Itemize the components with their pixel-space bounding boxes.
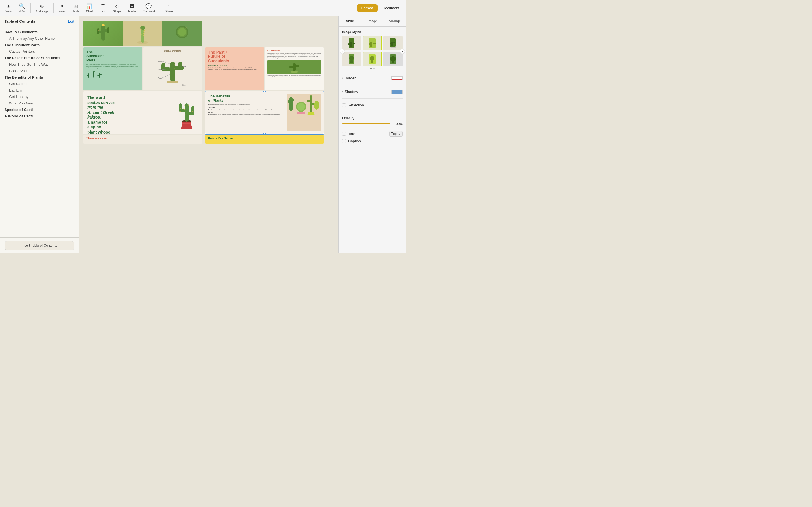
border-color-swatch[interactable] [391, 76, 403, 80]
svg-rect-94 [393, 42, 395, 43]
insert-button[interactable]: ✦ Insert [56, 2, 68, 14]
handle-br[interactable] [322, 133, 324, 134]
text-button[interactable]: T Text [97, 2, 109, 14]
get-sacred-label: Get Sacred [208, 107, 285, 108]
toc-item-eat-em[interactable]: Eat 'Em [0, 87, 79, 94]
svg-rect-93 [390, 43, 392, 44]
image-styles-section: Image Styles ‹ › [342, 30, 403, 69]
get-sacred-body: A plant's history doesn't go back to anc… [208, 109, 285, 111]
photo-right [162, 21, 202, 46]
add-page-icon: ⊕ [40, 3, 44, 9]
svg-point-77 [297, 103, 305, 111]
eat-em-body: All cacti are edible, but not all are eq… [208, 114, 285, 115]
toc-item-get-healthy[interactable]: Get Healthy [0, 94, 79, 100]
succulent-parts-title: TheSucculentParts [86, 50, 139, 62]
pages-row-2: TheSucculentParts Cacti and, generally, … [84, 47, 334, 90]
svg-rect-88 [369, 43, 371, 45]
view-button[interactable]: ⊞ View [2, 2, 15, 14]
image-style-1[interactable] [342, 36, 361, 50]
shadow-chevron-icon: › [342, 90, 343, 93]
document-area: TheSucculentParts Cacti and, generally, … [79, 16, 338, 253]
reflection-checkbox[interactable] [342, 103, 346, 107]
handle-bc[interactable] [263, 133, 266, 134]
svg-rect-32 [170, 62, 175, 81]
cactus-diagram-wrap: Stems Spines Pleats Plant Stem [146, 53, 200, 87]
toc-item-get-sacred[interactable]: Get Sacred [0, 80, 79, 87]
tab-image[interactable]: Image [361, 16, 384, 26]
opacity-slider[interactable] [342, 123, 390, 124]
table-button[interactable]: ⊞ Table [70, 2, 82, 14]
dropdown-chevron-icon: ⌄ [398, 132, 401, 136]
toc-item-cactus-pointers[interactable]: Cactus Pointers [0, 48, 79, 55]
format-button[interactable]: Format [357, 4, 377, 12]
toc-item-succulent-parts[interactable]: The Succulent Parts [0, 42, 79, 48]
toc-item-conservation[interactable]: Conservation [0, 68, 79, 74]
toc-item-how-they-got[interactable]: How They Got This Way [0, 61, 79, 68]
sidebar-edit-button[interactable]: Edit [68, 19, 74, 23]
handle-tr[interactable] [322, 91, 324, 93]
zoom-button[interactable]: 🔍 43% [16, 2, 28, 14]
sidebar-header: Table of Contents Edit [0, 16, 79, 26]
image-style-3[interactable] [384, 36, 403, 50]
sidebar-title: Table of Contents [4, 19, 35, 23]
svg-rect-26 [87, 75, 89, 76]
tab-style[interactable]: Style [339, 16, 361, 26]
handle-tl[interactable] [205, 91, 206, 93]
caption-checkbox[interactable] [342, 139, 346, 143]
svg-point-5 [102, 24, 105, 26]
chart-button[interactable]: 📊 Chart [83, 2, 96, 14]
shape-button[interactable]: ◇ Shape [110, 2, 124, 14]
toc-item-benefits[interactable]: The Benefits of Plants [0, 74, 79, 80]
benefits-succulents-svg [287, 94, 321, 117]
shadow-label: › Shadow [342, 90, 358, 94]
toc-item-world[interactable]: A World of Cacti [0, 113, 79, 119]
shape-icon: ◇ [115, 3, 119, 9]
opacity-value-label: 100% [393, 122, 403, 126]
toc-item-what-you-need[interactable]: What You Need: [0, 100, 79, 107]
pages-row-1 [84, 21, 334, 46]
image-styles-prev-button[interactable]: ‹ [340, 49, 345, 54]
title-checkbox[interactable] [342, 132, 346, 136]
image-style-5[interactable] [363, 52, 382, 66]
svg-point-102 [390, 56, 396, 62]
image-style-6[interactable] [384, 52, 403, 66]
image-styles-next-button[interactable]: › [400, 49, 405, 54]
panel-content: Image Styles ‹ › [339, 27, 406, 253]
image-style-2[interactable] [363, 36, 382, 50]
caption-row: Caption [342, 138, 403, 144]
photo-left [84, 21, 123, 46]
shadow-color-swatch[interactable] [391, 90, 403, 94]
toc-item-species[interactable]: Species of Cacti [0, 107, 79, 113]
border-section: › Border [342, 71, 403, 85]
svg-line-65 [190, 111, 190, 112]
cactus-pointers-page: Cactus Pointers [143, 47, 202, 90]
shadow-section: › Shadow [342, 85, 403, 99]
page-gap-2 [203, 91, 204, 134]
image-styles-wrapper: ‹ › [342, 36, 403, 66]
bottom-left-text: There are a vast [86, 137, 199, 140]
add-page-button[interactable]: ⊕ Add Page [33, 2, 51, 14]
svg-rect-52 [296, 65, 299, 67]
title-position-dropdown[interactable]: Top ⌄ [389, 131, 403, 136]
handle-bl[interactable] [205, 133, 206, 134]
toc-item-cacti-succulents[interactable]: Cacti & Succulents [0, 29, 79, 35]
insert-toc-button[interactable]: Insert Table of Contents [4, 241, 74, 250]
share-button[interactable]: ↑ Share [162, 2, 175, 14]
svg-point-81 [314, 101, 319, 110]
toc-item-past-future[interactable]: The Past + Future of Succulents [0, 55, 79, 61]
tab-arrange[interactable]: Arrange [384, 16, 406, 26]
comment-button[interactable]: 💬 Comment [140, 2, 158, 14]
image-style-4[interactable] [342, 52, 361, 66]
opacity-slider-fill [342, 123, 390, 124]
toc-item-thorn[interactable]: A Thorn by Any Other Name [0, 35, 79, 42]
sidebar-content: Cacti & Succulents A Thorn by Any Other … [0, 26, 79, 237]
svg-rect-37 [167, 81, 178, 83]
media-button[interactable]: 🖼 Media [125, 2, 139, 14]
border-row[interactable]: › Border [342, 74, 403, 82]
svg-text:Stem: Stem [183, 84, 186, 86]
shadow-row[interactable]: › Shadow [342, 88, 403, 96]
handle-tc[interactable] [263, 91, 266, 93]
document-button[interactable]: Document [378, 4, 404, 12]
svg-rect-75 [290, 99, 294, 101]
opacity-section: Opacity 100% [342, 112, 403, 127]
